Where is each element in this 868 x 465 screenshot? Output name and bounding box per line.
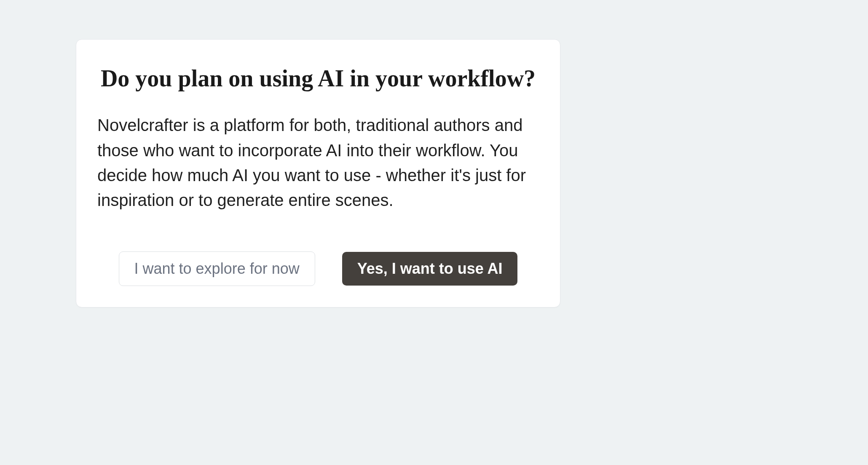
onboarding-dialog: Do you plan on using AI in your workflow…: [76, 39, 560, 307]
explore-button[interactable]: I want to explore for now: [119, 251, 315, 286]
dialog-button-row: I want to explore for now Yes, I want to…: [97, 251, 539, 286]
use-ai-button[interactable]: Yes, I want to use AI: [342, 252, 518, 286]
dialog-body-text: Novelcrafter is a platform for both, tra…: [97, 113, 539, 213]
dialog-heading: Do you plan on using AI in your workflow…: [97, 65, 539, 92]
